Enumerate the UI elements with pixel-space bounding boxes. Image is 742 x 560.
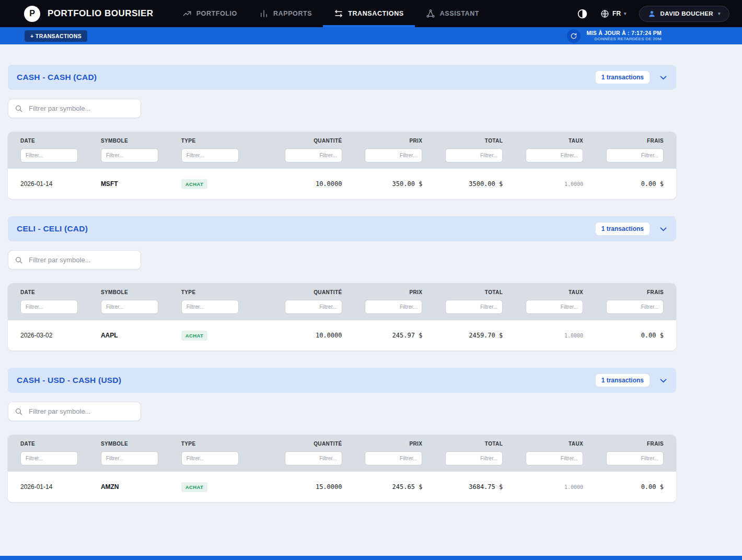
cell-type: ACHAT (181, 330, 262, 341)
transaction-count-badge: 1 transactions (596, 223, 650, 235)
column-header: QUANTITÉ (262, 441, 342, 447)
column-header: PRIX (342, 441, 423, 447)
column-filter-input[interactable] (20, 300, 78, 314)
contrast-icon (577, 8, 588, 19)
toolbar-status: MIS À JOUR À : 7:17:24 PM DONNÉES RETARD… (567, 29, 662, 43)
refresh-icon (570, 32, 577, 40)
bar-chart-icon (259, 9, 269, 18)
cell-quantity: 10.0000 (262, 332, 342, 339)
column-filter-input[interactable] (445, 300, 503, 314)
user-icon (648, 10, 656, 18)
trending-up-icon (182, 9, 192, 18)
user-menu[interactable]: DAVID BOUCHER ▾ (639, 6, 729, 22)
column-filter-input[interactable] (181, 148, 239, 162)
refresh-button[interactable] (567, 29, 581, 43)
column-header: QUANTITÉ (262, 289, 342, 295)
section-header[interactable]: CASH - CASH (CAD) 1 transactions (8, 65, 676, 90)
column-header: TOTAL (422, 138, 503, 144)
cell-total: 2459.70 $ (422, 332, 503, 339)
column-header: DATE (20, 138, 101, 144)
cell-fees: 0.00 $ (583, 332, 664, 339)
column-header: SYMBOLE (101, 138, 181, 144)
nav-tab-label: TRANSACTIONS (348, 10, 404, 17)
nav-tab-assistant[interactable]: ASSISTANT (415, 0, 490, 27)
column-filter-input[interactable] (606, 451, 664, 465)
top-navbar: P PORTFOLIO BOURSIER PORTFOLIORAPPORTSTR… (0, 0, 742, 27)
navbar-right: FR ▾ DAVID BOUCHER ▾ (577, 6, 729, 22)
column-filter-input[interactable] (526, 451, 583, 465)
updated-timestamp: MIS À JOUR À : 7:17:24 PM (587, 30, 662, 36)
blue-toolbar: + TRANSACTIONS MIS À JOUR À : 7:17:24 PM… (0, 27, 742, 44)
nav-tab-label: ASSISTANT (440, 10, 479, 17)
nav-tab-portfolio[interactable]: PORTFOLIO (171, 0, 248, 27)
transaction-type-badge: ACHAT (181, 331, 208, 341)
column-filter-input[interactable] (285, 451, 342, 465)
column-filter-input[interactable] (606, 148, 664, 162)
column-filter-input[interactable] (365, 148, 422, 162)
chevron-down-icon[interactable] (659, 225, 668, 234)
table-body: 2026-03-02AAPLACHAT10.0000245.97 $2459.7… (8, 320, 676, 351)
section-title: CASH - CASH (CAD) (17, 73, 97, 82)
cell-price: 350.00 $ (342, 180, 423, 188)
caret-down-icon: ▾ (718, 11, 721, 16)
caret-down-icon: ▾ (624, 11, 627, 16)
column-filter-input[interactable] (285, 300, 342, 314)
column-filter-input[interactable] (365, 451, 422, 465)
column-filter-input[interactable] (445, 148, 503, 162)
transactions-table: DATESYMBOLETYPEQUANTITÉPRIXTOTALTAUXFRAI… (8, 435, 676, 502)
transaction-count-badge: 1 transactions (596, 71, 650, 84)
column-header: TYPE (181, 138, 262, 144)
column-header: FRAIS (583, 441, 664, 447)
column-filter-input[interactable] (181, 451, 239, 465)
section-header[interactable]: CELI - CELI (CAD) 1 transactions (8, 216, 676, 241)
transactions-table: DATESYMBOLETYPEQUANTITÉPRIXTOTALTAUXFRAI… (8, 132, 676, 199)
globe-icon (600, 9, 609, 18)
search-icon (15, 256, 23, 264)
transaction-row[interactable]: 2026-01-14MSFTACHAT10.0000350.00 $3500.0… (8, 169, 676, 199)
column-filter-input[interactable] (101, 451, 158, 465)
column-filter-input[interactable] (101, 300, 158, 314)
symbol-search-input[interactable] (28, 104, 134, 113)
app-logo[interactable]: P (24, 6, 40, 22)
network-icon (426, 9, 435, 18)
cell-rate: 1.0000 (503, 484, 583, 490)
symbol-search (8, 250, 141, 270)
symbol-search (8, 99, 141, 118)
column-filter-input[interactable] (285, 148, 342, 162)
column-header: PRIX (342, 138, 423, 144)
chevron-down-icon[interactable] (659, 73, 668, 82)
main-content: CASH - CASH (CAD) 1 transactions DATESYM… (8, 65, 676, 502)
column-filter-input[interactable] (365, 300, 422, 314)
language-selector[interactable]: FR ▾ (600, 9, 627, 18)
section-header[interactable]: CASH - USD - CASH (USD) 1 transactions (8, 368, 676, 393)
column-header: TAUX (503, 138, 583, 144)
cell-date: 2026-01-14 (20, 483, 101, 491)
nav-tab-transactions[interactable]: TRANSACTIONS (323, 0, 415, 27)
bottom-accent-bar (0, 556, 742, 560)
column-header: QUANTITÉ (262, 138, 342, 144)
column-header: DATE (20, 289, 101, 295)
column-filter-input[interactable] (20, 148, 78, 162)
theme-toggle-button[interactable] (577, 8, 588, 19)
column-filter-input[interactable] (606, 300, 664, 314)
table-header: DATESYMBOLETYPEQUANTITÉPRIXTOTALTAUXFRAI… (8, 132, 676, 169)
transaction-row[interactable]: 2026-01-14AMZNACHAT15.0000245.65 $3684.7… (8, 472, 676, 502)
symbol-search-input[interactable] (28, 407, 134, 416)
cell-date: 2026-01-14 (20, 180, 101, 188)
column-filter-input[interactable] (20, 451, 78, 465)
column-header: TYPE (181, 289, 262, 295)
swap-arrows-icon (334, 9, 343, 18)
symbol-search-input[interactable] (28, 255, 134, 264)
column-filter-input[interactable] (445, 451, 503, 465)
column-filter-input[interactable] (526, 148, 583, 162)
add-transaction-button[interactable]: + TRANSACTIONS (25, 30, 87, 42)
transaction-row[interactable]: 2026-03-02AAPLACHAT10.0000245.97 $2459.7… (8, 320, 676, 351)
column-filter-input[interactable] (181, 300, 239, 314)
app-logo-letter: P (29, 9, 35, 18)
column-filter-input[interactable] (101, 148, 158, 162)
column-filter-input[interactable] (526, 300, 583, 314)
nav-tab-rapports[interactable]: RAPPORTS (248, 0, 323, 27)
cell-price: 245.97 $ (342, 332, 423, 339)
column-header: FRAIS (583, 289, 664, 295)
chevron-down-icon[interactable] (659, 376, 668, 385)
